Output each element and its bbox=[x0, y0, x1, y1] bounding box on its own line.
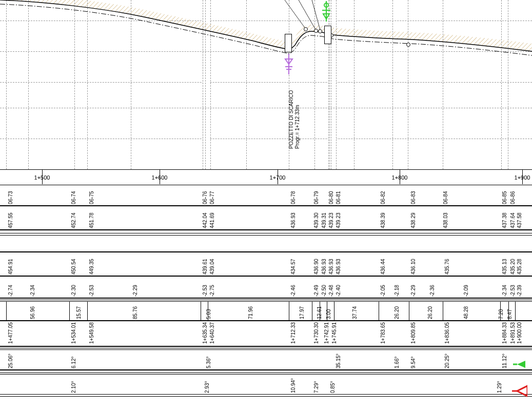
band-elev1-value: 438.29 bbox=[410, 212, 416, 228]
band-elev1-value: 457.55 bbox=[8, 212, 13, 228]
band-elev1-value: 451.78 bbox=[89, 212, 94, 228]
band-dist-value: 71.96 bbox=[248, 306, 253, 319]
band-dist-value: 48.28 bbox=[463, 306, 469, 319]
band-slope1-value: 25.06° bbox=[8, 354, 13, 368]
band-prog: 1+477.051+534.011+549.581+635.341+640.37… bbox=[0, 322, 532, 345]
band-ids-value: 06-80 bbox=[328, 191, 334, 204]
band-elev2-value: 454.91 bbox=[8, 259, 13, 275]
band-elev1-value: 438.39 bbox=[380, 212, 386, 228]
band-elev2-value: 435.28 bbox=[517, 259, 522, 275]
band-slope1: 25.06°6.12°5.36°35.15°1.66°9.54°20.25°11… bbox=[0, 348, 532, 369]
band-prog-value: 1+783.65 bbox=[380, 322, 386, 344]
band-elev1-value: 442.04 bbox=[202, 212, 208, 228]
band-diff-value: -2.29 bbox=[410, 285, 416, 297]
band-elev2-value: 434.57 bbox=[290, 259, 296, 275]
band-ids-value: 06-77 bbox=[209, 191, 215, 204]
band-ids-value: 06-82 bbox=[380, 191, 386, 204]
band-elev2-value: 436.10 bbox=[410, 259, 416, 275]
drawing-canvas: POZZETTO DI SCARICO Progr.= 1+712.33m 1+… bbox=[0, 0, 532, 411]
band-ids-value: 06-76 bbox=[202, 191, 208, 204]
band-prog-value: 1+900.00 bbox=[517, 322, 522, 344]
svg-marker-12 bbox=[517, 361, 525, 368]
band-slope2: 2.10°2.93°10.94°7.29°0.85°1.29° bbox=[0, 373, 532, 394]
band-elev2-value: 435.20 bbox=[510, 259, 516, 275]
band-ids-value: 06-75 bbox=[89, 191, 94, 204]
band-slope1-value: 35.15° bbox=[336, 354, 341, 368]
band-slope2-value: 2.10° bbox=[71, 381, 76, 393]
profile-node bbox=[314, 29, 318, 33]
band-diff-value: -2.50 bbox=[321, 285, 327, 297]
band-prog-value: 1+635.34 bbox=[202, 322, 208, 344]
band-ids-value: 06-78 bbox=[290, 191, 296, 204]
band-prog-value: 1+712.33 bbox=[290, 322, 296, 344]
band-elev2-value: 436.44 bbox=[380, 259, 386, 275]
band-slope2-value: 2.93° bbox=[204, 381, 210, 393]
band-ids-value: 06-73 bbox=[8, 191, 13, 204]
pozzetto-label-1: POZZETTO DI SCARICO bbox=[288, 90, 294, 149]
leader-lines bbox=[0, 0, 532, 169]
pozzetto-label-2: Progr.= 1+712.33m bbox=[294, 105, 300, 149]
band-diff-value: -2.74 bbox=[8, 285, 13, 297]
band-diff-value: -2.09 bbox=[463, 285, 469, 297]
band-dist-value: 37.74 bbox=[352, 306, 358, 319]
band-diff-value: -2.34 bbox=[30, 285, 35, 297]
band-prog-value: 1+549.58 bbox=[89, 322, 94, 344]
band-diff-value: -2.49 bbox=[313, 285, 319, 297]
band-dist-value: 5.03 bbox=[206, 309, 211, 319]
band-elev2-value: 436.93 bbox=[328, 259, 334, 275]
band-elev1-value: 439.31 bbox=[321, 212, 327, 228]
band-dist-value: 15.57 bbox=[76, 306, 82, 319]
band-prog-value: 1+884.33 bbox=[502, 322, 507, 344]
band-elev2-value: 439.61 bbox=[202, 259, 208, 275]
profile-node bbox=[406, 43, 410, 47]
band-elev2-value: 436.93 bbox=[321, 259, 327, 275]
band-elev2-value: 436.90 bbox=[313, 259, 319, 275]
band-slope2-value: 0.85° bbox=[330, 381, 336, 393]
band-ids-value: 06-79 bbox=[313, 191, 319, 204]
band-elev1-value: 438.03 bbox=[443, 212, 448, 228]
band-slope1-value: 1.66° bbox=[394, 357, 400, 368]
svg-line-1 bbox=[285, 0, 306, 30]
band-slope1-value: 6.12° bbox=[71, 357, 76, 368]
band-elev1-value: 439.30 bbox=[313, 212, 319, 228]
band-dist-value: 85.76 bbox=[132, 306, 138, 319]
green-arrow-icon bbox=[513, 359, 525, 372]
band-slope2-value: 7.29° bbox=[313, 381, 319, 393]
band-elev2-value: 436.93 bbox=[336, 259, 341, 275]
band-dist-value: 56.96 bbox=[30, 306, 35, 319]
band-diff-value: -2.30 bbox=[71, 285, 76, 297]
band-elev1-value: 441.69 bbox=[209, 212, 215, 228]
band-ids-value: 06-85 bbox=[502, 191, 507, 204]
profile-node bbox=[304, 27, 308, 31]
band-slope1-value: 9.54° bbox=[410, 357, 416, 368]
band-prog-value: 1+745.91 bbox=[331, 322, 337, 344]
band-prog-value: 1+534.01 bbox=[71, 322, 76, 344]
band-prog-value: 1+730.30 bbox=[313, 322, 319, 344]
band-prog-value: 1+809.85 bbox=[410, 322, 416, 344]
band-dist: 56.9615.5785.765.0371.9617.9712.613.0037… bbox=[0, 300, 532, 320]
band-ids-value: 06-86 bbox=[510, 191, 516, 204]
pozzetto-box-right bbox=[324, 26, 331, 44]
band-diff-value: -2.29 bbox=[132, 285, 138, 297]
band-dist-value: 26.20 bbox=[394, 306, 400, 319]
band-slope1-value: 5.36° bbox=[206, 357, 211, 368]
band-diff-value: -2.18 bbox=[394, 285, 400, 297]
band-elev1-value: 437.64 bbox=[510, 212, 516, 228]
band-slope2-value: 10.94° bbox=[290, 378, 296, 393]
band-dist-value: 7.20 bbox=[498, 309, 504, 319]
band-dist-value: 8.47 bbox=[507, 309, 513, 319]
band-diff-value: -2.40 bbox=[336, 285, 341, 297]
profile-zone: POZZETTO DI SCARICO Progr.= 1+712.33m bbox=[0, 0, 532, 169]
band-diff-value: -2.48 bbox=[328, 285, 334, 297]
band-elev1-value: 437.58 bbox=[517, 212, 522, 228]
band-ids-value: 06-83 bbox=[410, 191, 416, 204]
band-diff-value: -2.53 bbox=[89, 285, 94, 297]
band-elev2: 454.91450.54449.35439.61439.04434.57436.… bbox=[0, 252, 532, 276]
band-prog-value: 1+836.05 bbox=[444, 322, 450, 344]
band-diff-value: -2.39 bbox=[517, 285, 522, 297]
band-diff-value: -2.53 bbox=[510, 285, 516, 297]
band-ids-value: 06-84 bbox=[443, 191, 448, 204]
band-slope1-value: 20.25° bbox=[444, 354, 450, 368]
band-dist-value: 26.20 bbox=[427, 306, 433, 319]
band-elev2-value: 435.76 bbox=[444, 259, 450, 275]
